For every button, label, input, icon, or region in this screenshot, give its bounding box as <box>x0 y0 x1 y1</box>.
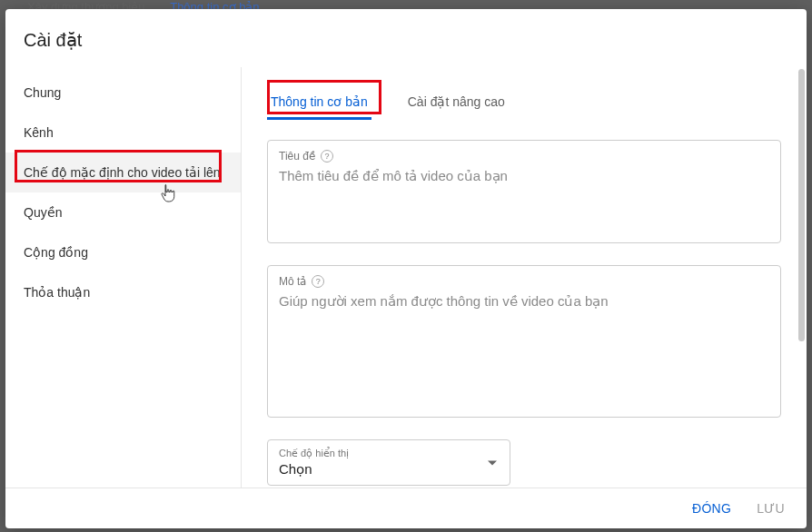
backdrop: Xây dựng thương hiệu Thông tin cơ bản Cà… <box>0 0 812 532</box>
sidebar-item-label: Chung <box>24 85 61 100</box>
sidebar-item-label: Chế độ mặc định cho video tải lên <box>24 165 221 180</box>
title-label-row: Tiêu đề ? <box>279 150 769 163</box>
dialog-footer: ĐÓNG LƯU <box>5 488 807 528</box>
tab-label: Cài đặt nâng cao <box>408 94 505 109</box>
sidebar-item-agreements[interactable]: Thỏa thuận <box>5 272 241 312</box>
sidebar: Chung Kênh Chế độ mặc định cho video tải… <box>5 67 242 488</box>
sidebar-item-label: Quyền <box>24 205 62 220</box>
settings-dialog: Cài đặt Chung Kênh Chế độ mặc định cho v… <box>5 9 807 528</box>
tab-basic-info[interactable]: Thông tin cơ bản <box>267 87 371 120</box>
tab-label: Thông tin cơ bản <box>271 94 368 109</box>
sidebar-item-label: Cộng đồng <box>24 245 88 260</box>
dialog-body: Chung Kênh Chế độ mặc định cho video tải… <box>5 67 807 488</box>
sidebar-item-general[interactable]: Chung <box>5 73 241 113</box>
dialog-title: Cài đặt <box>5 9 807 67</box>
content-panel: Thông tin cơ bản Cài đặt nâng cao Tiêu đ… <box>242 67 807 488</box>
title-input[interactable] <box>279 168 769 228</box>
help-icon[interactable]: ? <box>312 275 324 288</box>
description-label: Mô tả <box>279 275 306 288</box>
sidebar-item-permissions[interactable]: Quyền <box>5 192 241 232</box>
description-label-row: Mô tả ? <box>279 275 769 288</box>
sidebar-item-community[interactable]: Cộng đồng <box>5 232 241 272</box>
sidebar-item-label: Thỏa thuận <box>24 285 90 300</box>
description-field[interactable]: Mô tả ? <box>267 265 781 418</box>
description-input[interactable] <box>279 293 769 402</box>
visibility-value: Chọn <box>279 461 499 478</box>
tabs: Thông tin cơ bản Cài đặt nâng cao <box>267 67 781 120</box>
help-icon[interactable]: ? <box>321 150 333 163</box>
chevron-down-icon <box>488 460 497 465</box>
sidebar-item-channel[interactable]: Kênh <box>5 113 241 153</box>
close-button[interactable]: ĐÓNG <box>692 501 731 516</box>
title-label: Tiêu đề <box>279 150 315 163</box>
tab-advanced-settings[interactable]: Cài đặt nâng cao <box>404 87 509 120</box>
save-button[interactable]: LƯU <box>757 501 785 516</box>
visibility-select[interactable]: Chế độ hiển thị Chọn <box>267 439 510 486</box>
title-field[interactable]: Tiêu đề ? <box>267 140 781 243</box>
sidebar-item-upload-defaults[interactable]: Chế độ mặc định cho video tải lên <box>5 153 241 192</box>
visibility-label: Chế độ hiển thị <box>279 448 499 459</box>
sidebar-item-label: Kênh <box>24 125 54 140</box>
